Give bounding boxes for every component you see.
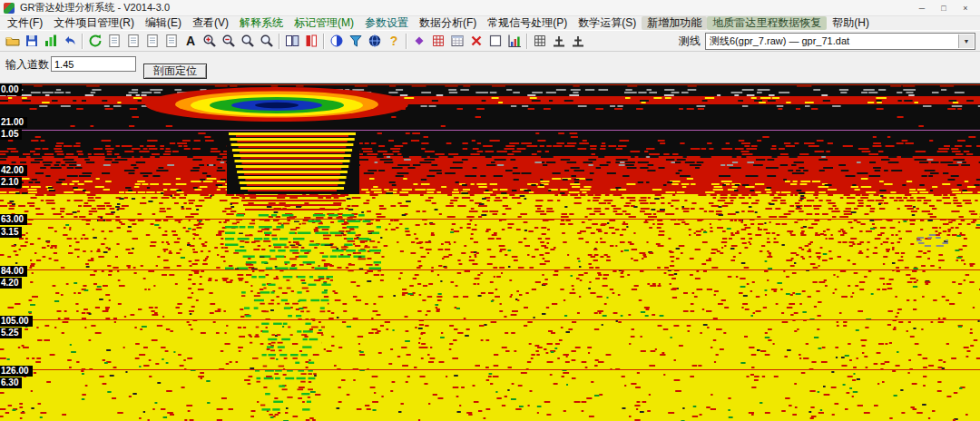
toolbar: 测线 测线6(gpr_7.raw) — gpr_71.dat ▼	[0, 30, 980, 52]
blank-square-icon[interactable]	[485, 32, 505, 51]
document-view-icon-2[interactable]	[123, 32, 142, 51]
toolbar-separator	[323, 34, 324, 49]
menu-item[interactable]: 帮助(H)	[827, 16, 875, 30]
trace-number-input[interactable]	[51, 56, 136, 72]
grid-icon[interactable]	[530, 32, 549, 51]
toolbar-separator	[406, 34, 407, 49]
refresh-icon[interactable]	[85, 32, 104, 51]
document-view-icon-1[interactable]	[104, 32, 123, 51]
profile-locate-button[interactable]: 剖面定位	[143, 64, 207, 79]
chevron-down-icon[interactable]: ▼	[958, 34, 974, 48]
menu-item[interactable]: 数据分析(F)	[414, 16, 482, 30]
menu-item[interactable]: 文件项目管理(R)	[48, 16, 140, 30]
title-bar: GR雷达处理分析系统 - V2014-3.0 ─ □ ×	[0, 0, 980, 16]
survey-line-label: 测线	[679, 34, 701, 49]
menu-item[interactable]: 数学运算(S)	[573, 16, 642, 30]
globe-icon[interactable]	[365, 32, 384, 51]
menu-item[interactable]: 常规信号处理(P)	[482, 16, 573, 30]
chart-icon[interactable]	[505, 32, 524, 51]
zoom-window-icon[interactable]	[257, 32, 276, 51]
split-panes-icon[interactable]	[282, 32, 301, 51]
toolbar-separator	[82, 34, 83, 49]
close-button[interactable]: ×	[955, 1, 976, 15]
menu-item[interactable]: 新增加功能	[642, 16, 707, 30]
window-controls: ─ □ ×	[911, 1, 976, 15]
radar-profile-area: 0.0021.001.0542.002.1063.003.1584.004.20…	[0, 83, 980, 421]
trace-count-label: 输入道数	[5, 56, 49, 73]
histogram-icon[interactable]	[41, 32, 60, 51]
table-icon[interactable]	[447, 32, 466, 51]
trace-controls-row: 输入道数 剖面定位	[0, 52, 980, 83]
document-view-icon-4[interactable]	[162, 32, 181, 51]
radar-profile-canvas[interactable]	[0, 83, 980, 421]
terrain-icon-2[interactable]	[568, 32, 587, 51]
menu-item[interactable]: 标记管理(M)	[289, 16, 359, 30]
filter-icon[interactable]	[346, 32, 365, 51]
menu-item[interactable]: 查看(V)	[187, 16, 234, 30]
toolbar-icons	[3, 32, 587, 51]
minimize-button[interactable]: ─	[911, 1, 933, 15]
diamond-icon[interactable]	[409, 32, 428, 51]
red-grid-icon[interactable]	[428, 32, 447, 51]
zoom-reset-icon[interactable]	[238, 32, 257, 51]
toolbar-separator	[526, 34, 527, 49]
zoom-out-icon[interactable]	[219, 32, 238, 51]
window-title: GR雷达处理分析系统 - V2014-3.0	[20, 1, 170, 15]
half-circle-icon[interactable]	[327, 32, 346, 51]
font-icon[interactable]	[181, 32, 200, 51]
toolbar-separator	[279, 34, 279, 49]
menu-item[interactable]: 地质雷达里程数据恢复	[707, 16, 827, 30]
help-question-icon[interactable]	[384, 32, 403, 51]
menu-item[interactable]: 编辑(E)	[140, 16, 187, 30]
survey-line-select[interactable]: 测线6(gpr_7.raw) — gpr_71.dat ▼	[705, 33, 975, 50]
save-icon[interactable]	[22, 32, 41, 51]
survey-line-value: 测线6(gpr_7.raw) — gpr_71.dat	[710, 34, 849, 48]
menu-item[interactable]: 文件(F)	[2, 16, 48, 30]
terrain-icon-1[interactable]	[549, 32, 568, 51]
undo-icon[interactable]	[60, 32, 79, 51]
zoom-in-icon[interactable]	[200, 32, 219, 51]
maximize-button[interactable]: □	[933, 1, 955, 15]
menu-bar: 文件(F)文件项目管理(R)编辑(E)查看(V)解释系统标记管理(M)参数设置数…	[0, 16, 980, 30]
x-mark-icon[interactable]	[466, 32, 485, 51]
survey-line-box: 测线 测线6(gpr_7.raw) — gpr_71.dat ▼	[679, 33, 975, 50]
red-ruler-icon[interactable]	[301, 32, 320, 51]
document-view-icon-3[interactable]	[142, 32, 162, 51]
open-folder-icon[interactable]	[3, 32, 22, 51]
menu-item[interactable]: 解释系统	[234, 16, 289, 30]
menu-item[interactable]: 参数设置	[359, 16, 414, 30]
app-icon	[4, 3, 15, 14]
